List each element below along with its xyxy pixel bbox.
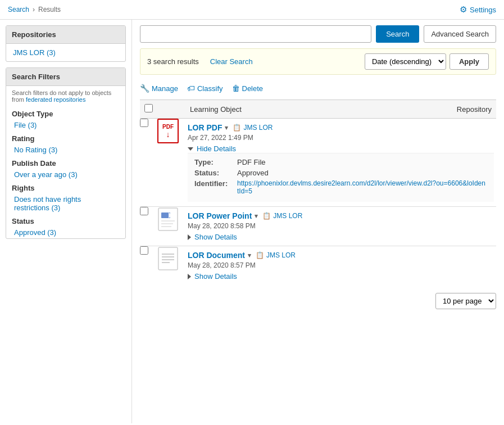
row2-show-details[interactable]: Show Details (188, 233, 494, 241)
row3-repo: 📋 JMS LOR (256, 251, 296, 259)
row1-identifier-row: Identifier: https://phoenixlor.devlms.de… (194, 179, 487, 195)
pdf-icon: PDF ↓ (157, 119, 179, 143)
repo-icon-2: 📋 (262, 212, 271, 220)
row3-checkbox-cell (140, 246, 157, 286)
row2-title[interactable]: LOR Power Point ▾ (188, 211, 258, 220)
row1-content: LOR PDF ▾ 📋 JMS LOR Apr 27, 2022 (185, 119, 496, 207)
ppt-icon (157, 207, 179, 232)
rights-label: Rights (6, 180, 125, 193)
row1-date: Apr 27, 2022 1:49 PM (188, 134, 273, 142)
row1-dropdown-arrow: ▾ (225, 124, 228, 132)
filter-publish-date[interactable]: Over a year ago (3) (6, 169, 125, 180)
row2-icon-cell (157, 207, 185, 246)
federated-repos-link[interactable]: federated repositories (26, 96, 85, 103)
breadcrumb: Search › Results (8, 6, 61, 13)
row1-repo: 📋 JMS LOR (233, 124, 273, 132)
delete-icon: 🗑 (232, 84, 240, 93)
svg-rect-6 (158, 247, 178, 270)
row1-identifier-link[interactable]: https://phoenixlor.devlms.desire2learn.c… (237, 179, 487, 195)
sidebar: Repositories JMS LOR (3) Search Filters … (0, 20, 132, 423)
row2-details-label: Show Details (194, 233, 237, 241)
classify-button[interactable]: 🏷 Classify (187, 84, 223, 93)
table-row: LOR Document ▾ 📋 JMS LOR May 28, 2020 8:… (140, 246, 496, 286)
row1-status-row: Status: Approved (194, 169, 487, 177)
object-col-header: Learning Object (185, 100, 365, 119)
sort-select[interactable]: Date (descending) Date (ascending) Title… (365, 53, 446, 70)
object-type-label: Object Type (6, 106, 125, 119)
row1-status-value: Approved (237, 169, 269, 177)
search-input[interactable] (140, 25, 371, 43)
row1-details-label: Hide Details (197, 144, 236, 153)
results-bar: 3 search results Clear Search Date (desc… (140, 48, 496, 75)
row2-dropdown-arrow: ▾ (255, 213, 258, 220)
row1-checkbox-cell (140, 119, 157, 207)
main-layout: Repositories JMS LOR (3) Search Filters … (0, 20, 504, 423)
row3-details-label: Show Details (194, 272, 237, 281)
manage-icon: 🔧 (140, 84, 149, 93)
row3-title[interactable]: LOR Document ▾ (188, 251, 251, 260)
filter-file[interactable]: File (3) (6, 119, 125, 131)
row1-details-panel: Type: PDF File Status: Approved Identifi… (188, 153, 494, 202)
breadcrumb-search[interactable]: Search (8, 6, 29, 13)
repo-icon-1: 📋 (233, 124, 241, 132)
clear-search[interactable]: Clear Search (210, 57, 253, 66)
publish-date-label: Publish Date (6, 156, 125, 169)
results-count: 3 search results (147, 57, 199, 66)
gear-icon: ⚙ (460, 4, 467, 15)
doc-icon (157, 246, 179, 271)
delete-button[interactable]: 🗑 Delete (232, 84, 264, 93)
top-bar: Search › Results ⚙ Settings (0, 0, 504, 20)
filter-note: Search filters do not apply to objects f… (6, 86, 125, 106)
row2-checkbox-cell (140, 207, 157, 246)
row3-icon-cell (157, 246, 185, 286)
sidebar-item-jms-lor[interactable]: JMS LOR (3) (6, 44, 125, 61)
table-header-row: Learning Object Repository (140, 100, 496, 119)
filters-title: Search Filters (6, 68, 125, 86)
per-page-select[interactable]: 10 per page 25 per page 50 per page (435, 293, 496, 309)
advanced-search-button[interactable]: Advanced Search (424, 25, 496, 43)
select-all-cell (140, 100, 157, 119)
row1-title[interactable]: LOR PDF ▾ (188, 123, 228, 132)
row3-show-details[interactable]: Show Details (188, 272, 494, 281)
row3-checkbox[interactable] (140, 246, 148, 255)
classify-icon: 🏷 (187, 84, 195, 93)
repo-icon-3: 📋 (256, 251, 264, 259)
row2-repo: 📋 JMS LOR (262, 212, 302, 220)
classify-label: Classify (197, 84, 223, 93)
repositories-section: Repositories JMS LOR (3) (6, 25, 126, 62)
row1-checkbox[interactable] (140, 119, 148, 127)
results-info: 3 search results Clear Search (147, 57, 253, 66)
apply-button[interactable]: Apply (449, 53, 489, 70)
content-area: Search Advanced Search 3 search results … (132, 20, 504, 423)
results-table: Learning Object Repository PDF ↓ (140, 100, 496, 285)
row1-toggle-arrow (188, 147, 193, 151)
row1-type-value: PDF File (237, 158, 266, 166)
row2-checkbox[interactable] (140, 207, 148, 215)
row2-toggle-arrow (188, 234, 191, 240)
row1-title-row: LOR PDF ▾ 📋 JMS LOR Apr 27, 2022 (188, 123, 494, 142)
search-bar: Search Advanced Search (140, 25, 496, 43)
action-bar: 🔧 Manage 🏷 Classify 🗑 Delete (140, 80, 496, 96)
select-all-checkbox[interactable] (144, 104, 153, 112)
status-label: Status (6, 214, 125, 227)
svg-rect-0 (158, 208, 178, 230)
settings-label: Settings (470, 6, 496, 14)
table-row: PDF ↓ LOR PDF ▾ (140, 119, 496, 207)
pagination-bar: 10 per page 25 per page 50 per page (140, 288, 496, 314)
repo-col-header: Repository (365, 100, 496, 119)
icon-header (157, 100, 185, 119)
row1-icon-cell: PDF ↓ (157, 119, 185, 207)
search-button[interactable]: Search (376, 25, 419, 43)
filter-rights[interactable]: Does not have rights restrictions (3) (6, 193, 125, 214)
row2-date: May 28, 2020 8:58 PM (188, 222, 494, 230)
filters-section: Search Filters Search filters do not app… (6, 67, 126, 239)
filter-no-rating[interactable]: No Rating (3) (6, 144, 125, 156)
settings-link[interactable]: ⚙ Settings (460, 4, 496, 15)
manage-button[interactable]: 🔧 Manage (140, 84, 178, 93)
table-row: LOR Power Point ▾ 📋 JMS LOR May 28, 2020… (140, 207, 496, 246)
row1-identifier-label: Identifier: (194, 179, 234, 195)
breadcrumb-separator: › (33, 6, 35, 13)
row1-hide-details[interactable]: Hide Details (188, 144, 494, 153)
filter-status[interactable]: Approved (3) (6, 227, 125, 238)
row3-dropdown-arrow: ▾ (248, 252, 251, 259)
